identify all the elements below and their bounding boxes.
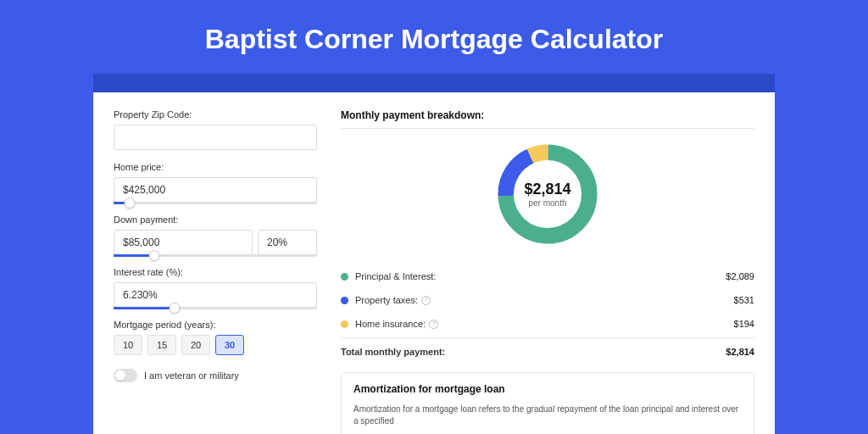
legend-amount: $194 (734, 319, 754, 329)
home-price-input[interactable] (114, 177, 317, 203)
period-label: Mortgage period (years): (114, 320, 317, 330)
form-column: Property Zip Code: Home price: Down paym… (114, 109, 317, 434)
dot-icon (341, 320, 348, 328)
legend-amount: $531 (734, 295, 754, 305)
page-title: Baptist Corner Mortgage Calculator (0, 0, 868, 74)
veteran-toggle[interactable] (114, 369, 137, 382)
zip-input[interactable] (114, 125, 317, 150)
down-payment-pct-input[interactable] (258, 230, 317, 255)
down-payment-input[interactable] (114, 230, 253, 255)
legend-row-insurance: Home insurance: ? $194 (341, 312, 754, 336)
amortization-box: Amortization for mortgage loan Amortizat… (341, 372, 754, 434)
period-btn-10[interactable]: 10 (114, 335, 142, 355)
dot-icon (341, 273, 348, 281)
amortization-title: Amortization for mortgage loan (353, 383, 742, 395)
legend-label: Principal & Interest: (355, 271, 726, 281)
interest-label: Interest rate (%): (114, 267, 317, 277)
home-price-label: Home price: (114, 162, 317, 172)
period-options: 10 15 20 30 (114, 335, 317, 355)
info-icon[interactable]: ? (429, 320, 438, 329)
legend-row-taxes: Property taxes: ? $531 (341, 288, 754, 312)
legend-label: Property taxes: ? (355, 295, 734, 305)
legend-row-principal: Principal & Interest: $2,089 (341, 264, 754, 288)
down-payment-label: Down payment: (114, 214, 317, 225)
donut-wrap: $2,814 per month (341, 136, 754, 259)
calculator-card: Property Zip Code: Home price: Down paym… (93, 92, 775, 434)
period-btn-15[interactable]: 15 (147, 335, 176, 355)
down-payment-slider-thumb[interactable] (149, 250, 160, 261)
donut-center-sub: per month (528, 198, 566, 208)
total-label: Total monthly payment: (341, 347, 726, 357)
veteran-label: I am veteran or military (144, 370, 239, 381)
period-btn-20[interactable]: 20 (181, 335, 210, 355)
info-icon[interactable]: ? (421, 296, 431, 305)
donut-center-value: $2,814 (524, 181, 570, 198)
legend-row-total: Total monthly payment: $2,814 (341, 337, 754, 364)
home-price-slider-thumb[interactable] (125, 198, 136, 209)
breakdown-column: Monthly payment breakdown: $2,814 per mo… (341, 109, 754, 434)
legend-label: Home insurance: ? (355, 319, 734, 329)
amortization-text: Amortization for a mortgage loan refers … (353, 403, 742, 427)
donut-chart: $2,814 per month (492, 139, 603, 249)
breakdown-heading: Monthly payment breakdown: (341, 109, 754, 129)
total-amount: $2,814 (726, 347, 754, 357)
legend-amount: $2,089 (726, 271, 754, 281)
banner-strip (93, 74, 775, 92)
legend: Principal & Interest: $2,089 Property ta… (341, 264, 754, 364)
dot-icon (341, 297, 348, 304)
interest-slider[interactable] (114, 307, 317, 309)
down-payment-slider[interactable] (114, 254, 317, 257)
interest-slider-thumb[interactable] (170, 303, 181, 314)
period-btn-30[interactable]: 30 (215, 335, 244, 355)
veteran-toggle-knob (115, 370, 125, 381)
zip-label: Property Zip Code: (114, 109, 317, 120)
interest-input[interactable] (114, 282, 317, 308)
home-price-slider[interactable] (114, 202, 317, 204)
